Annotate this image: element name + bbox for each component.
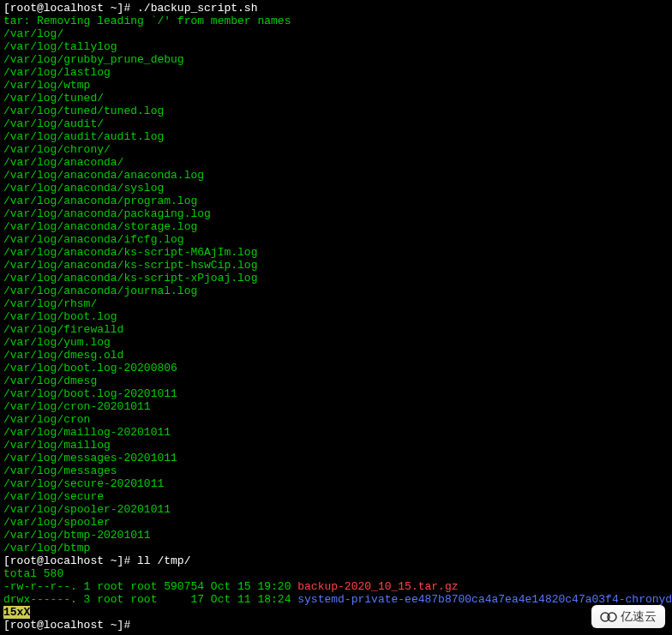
terminal-line: /var/log/dmesg [3, 374, 669, 387]
command: ll /tmp/ [137, 554, 190, 567]
path-output: /var/log/boot.log-20200806 [3, 362, 177, 374]
terminal-line: /var/log/anaconda/anaconda.log [3, 169, 669, 182]
terminal-line: /var/log/chrony/ [3, 143, 669, 156]
path-output: /var/log/tallylog [3, 40, 117, 53]
terminal-line: /var/log/grubby_prune_debug [3, 53, 669, 66]
total-line: total 580 [3, 567, 63, 580]
terminal-line: /var/log/anaconda/journal.log [3, 285, 669, 297]
path-output: /var/log/rhsm/ [3, 297, 97, 310]
path-output: /var/log/dmesg.old [3, 349, 123, 362]
path-output: /var/log/anaconda/syslog [3, 182, 164, 195]
path-output: /var/log/chrony/ [3, 143, 111, 156]
terminal-line: drwx------. 3 root root 17 Oct 11 18:24 … [3, 593, 669, 606]
path-output: /var/log/maillog-20201011 [3, 426, 171, 439]
path-output: /var/log/dmesg [3, 374, 97, 387]
path-output: /var/log/tuned/tuned.log [3, 105, 164, 117]
terminal-line: /var/log/anaconda/ifcfg.log [3, 233, 669, 246]
terminal-line: /var/log/ [3, 27, 669, 40]
terminal-line: /var/log/anaconda/ [3, 156, 669, 169]
path-output: /var/log/anaconda/ [3, 156, 123, 169]
terminal-line: /var/log/btmp-20201011 [3, 529, 669, 542]
path-output: /var/log/audit/audit.log [3, 130, 164, 143]
terminal-line: /var/log/audit/ [3, 117, 669, 130]
terminal-line: /var/log/anaconda/ks-script-hswCip.log [3, 259, 669, 272]
terminal-line: /var/log/cron [3, 413, 669, 426]
terminal-line: /var/log/rhsm/ [3, 297, 669, 310]
terminal-output: [root@localhost ~]# ./backup_script.shta… [3, 2, 669, 632]
terminal-line: /var/log/audit/audit.log [3, 130, 669, 143]
terminal-line: /var/log/tuned/ [3, 92, 669, 105]
command: ./backup_script.sh [137, 2, 257, 15]
terminal-line: /var/log/lastlog [3, 66, 669, 79]
terminal-line: /var/log/anaconda/storage.log [3, 220, 669, 233]
path-output: /var/log/firewalld [3, 323, 123, 336]
path-output: /var/log/yum.log [3, 336, 111, 349]
terminal-line: /var/log/spooler [3, 516, 669, 529]
terminal-line: /var/log/maillog [3, 439, 669, 452]
terminal-line: /var/log/dmesg.old [3, 349, 669, 362]
terminal-line: [root@localhost ~]# [3, 619, 669, 632]
path-output: /var/log/anaconda/journal.log [3, 285, 197, 297]
ll-filename-dir: systemd-private-ee487b8700ca4a7ea4e14820… [297, 593, 672, 606]
terminal-line: [root@localhost ~]# ll /tmp/ [3, 554, 669, 567]
terminal-line: /var/log/boot.log [3, 310, 669, 323]
path-output: /var/log/anaconda/ks-script-hswCip.log [3, 259, 257, 272]
terminal-line: /var/log/anaconda/ks-script-M6AjIm.log [3, 246, 669, 259]
path-output: /var/log/cron-20201011 [3, 400, 151, 413]
terminal-line: /var/log/firewalld [3, 323, 669, 336]
path-output: /var/log/btmp-20201011 [3, 529, 151, 542]
path-output: /var/log/boot.log-20201011 [3, 387, 177, 400]
watermark-badge: 亿速云 [591, 605, 665, 628]
terminal-line: /var/log/btmp [3, 542, 669, 554]
path-output: /var/log/anaconda/ks-script-M6AjIm.log [3, 246, 257, 259]
path-output: /var/log/secure-20201011 [3, 477, 164, 490]
ll-filename-wrap: 15xX [3, 606, 30, 619]
terminal-line: -rw-r--r--. 1 root root 590754 Oct 15 19… [3, 580, 669, 593]
terminal-line: /var/log/anaconda/syslog [3, 182, 669, 195]
path-output: /var/log/messages [3, 464, 117, 477]
ll-filename-archive: backup-2020_10_15.tar.gz [297, 580, 458, 593]
path-output: /var/log/btmp [3, 542, 90, 554]
terminal-line: /var/log/anaconda/ks-script-xPjoaj.log [3, 272, 669, 285]
terminal-line: /var/log/anaconda/packaging.log [3, 207, 669, 220]
path-output: /var/log/secure [3, 490, 104, 503]
path-output: /var/log/anaconda/storage.log [3, 220, 197, 233]
terminal-line: /var/log/secure [3, 490, 669, 503]
path-output: /var/log/wtmp [3, 79, 90, 92]
path-output: /var/log/ [3, 27, 63, 40]
terminal-line: /var/log/anaconda/program.log [3, 195, 669, 207]
tar-message: tar: Removing leading `/' from member na… [3, 15, 291, 27]
path-output: /var/log/anaconda/ifcfg.log [3, 233, 184, 246]
path-output: /var/log/anaconda/packaging.log [3, 207, 211, 220]
ll-perms: drwx------. 3 root root 17 Oct 11 18:24 [3, 593, 297, 606]
terminal-line: /var/log/cron-20201011 [3, 400, 669, 413]
path-output: /var/log/audit/ [3, 117, 104, 130]
path-output: /var/log/boot.log [3, 310, 117, 323]
terminal-line: /var/log/tuned/tuned.log [3, 105, 669, 117]
path-output: /var/log/spooler-20201011 [3, 503, 171, 516]
path-output: /var/log/anaconda/program.log [3, 195, 197, 207]
terminal-line: /var/log/tallylog [3, 40, 669, 53]
terminal-line: /var/log/secure-20201011 [3, 477, 669, 490]
terminal-line: /var/log/spooler-20201011 [3, 503, 669, 516]
terminal-line: /var/log/boot.log-20201011 [3, 387, 669, 400]
terminal-line: /var/log/yum.log [3, 336, 669, 349]
terminal-line: /var/log/messages-20201011 [3, 452, 669, 464]
prompt: [root@localhost ~]# [3, 554, 137, 567]
path-output: /var/log/cron [3, 413, 90, 426]
path-output: /var/log/messages-20201011 [3, 452, 177, 464]
terminal-line: /var/log/maillog-20201011 [3, 426, 669, 439]
watermark-icon [600, 611, 617, 623]
path-output: /var/log/maillog [3, 439, 111, 452]
path-output: /var/log/lastlog [3, 66, 111, 79]
terminal-line: tar: Removing leading `/' from member na… [3, 15, 669, 27]
terminal-line: /var/log/boot.log-20200806 [3, 362, 669, 374]
terminal-line: /var/log/wtmp [3, 79, 669, 92]
path-output: /var/log/anaconda/anaconda.log [3, 169, 204, 182]
terminal-line: /var/log/messages [3, 464, 669, 477]
ll-perms: -rw-r--r--. 1 root root 590754 Oct 15 19… [3, 580, 297, 593]
path-output: /var/log/tuned/ [3, 92, 104, 105]
path-output: /var/log/grubby_prune_debug [3, 53, 184, 66]
path-output: /var/log/anaconda/ks-script-xPjoaj.log [3, 272, 257, 285]
path-output: /var/log/spooler [3, 516, 111, 529]
